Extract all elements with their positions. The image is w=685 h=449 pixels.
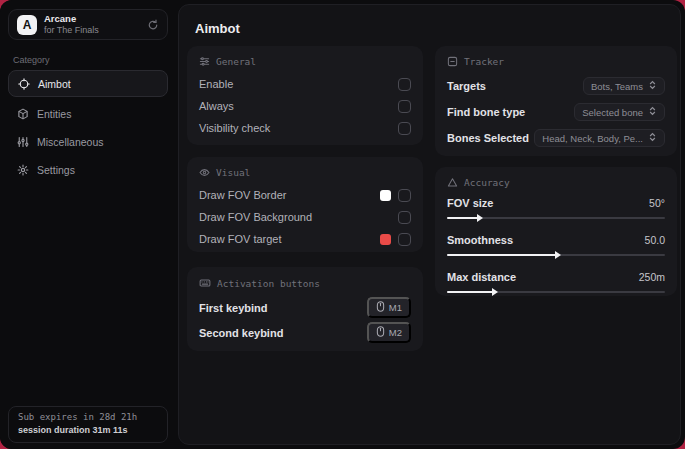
setting-row-find-bone-type: Find bone type Selected bone	[447, 99, 665, 125]
setting-label: Draw FOV target	[199, 233, 380, 245]
sidebar-item-aimbot[interactable]: Aimbot	[8, 70, 168, 97]
chevrons-up-down-icon	[648, 106, 657, 118]
slider-thumb[interactable]	[477, 214, 483, 222]
setting-row-bones-selected: Bones Selected Head, Neck, Body, Pe...	[447, 125, 665, 151]
setting-label: Always	[199, 100, 398, 112]
sliders-horizontal-icon	[199, 56, 210, 67]
card-title: Activation buttons	[217, 278, 320, 289]
setting-label: First keybind	[199, 302, 367, 314]
keybind-value: M2	[389, 327, 402, 338]
frame-dash-icon	[447, 56, 458, 67]
first-keybind-button[interactable]: M1	[367, 297, 411, 318]
card-title: Visual	[216, 167, 250, 178]
setting-label: FOV size	[447, 197, 649, 209]
crosshair-icon	[18, 78, 30, 90]
fov-size-value: 50°	[649, 197, 665, 209]
setting-row-second-keybind: Second keybind M2	[199, 320, 411, 345]
sidebar-item-entities[interactable]: Entities	[8, 100, 168, 127]
select-value: Selected bone	[582, 107, 643, 118]
setting-row-targets: Targets Bots, Teams	[447, 73, 665, 99]
brand-card: A Arcane for The Finals	[8, 9, 168, 40]
fov-border-color-swatch[interactable]	[380, 190, 391, 201]
sidebar-item-label: Miscellaneous	[37, 136, 104, 148]
brand-name: Arcane	[44, 14, 140, 25]
setting-label: Smoothness	[447, 234, 645, 246]
category-label: Category	[13, 55, 50, 65]
eye-icon	[199, 167, 210, 178]
setting-row-first-keybind: First keybind M1	[199, 295, 411, 320]
setting-label: Targets	[447, 80, 583, 92]
card-general: General Enable Always Visibility check	[187, 46, 423, 145]
page-title: Aimbot	[195, 21, 240, 36]
chevrons-up-down-icon	[648, 80, 657, 92]
cube-icon	[17, 108, 29, 120]
smoothness-slider[interactable]	[447, 250, 665, 260]
slider-thumb[interactable]	[555, 251, 561, 259]
mouse-icon	[376, 301, 385, 314]
slider-fill	[447, 291, 493, 293]
mouse-icon	[376, 326, 385, 339]
setting-label: Visibility check	[199, 122, 398, 134]
max-distance-value: 250m	[639, 271, 665, 283]
slider-thumb[interactable]	[492, 288, 498, 296]
always-checkbox[interactable]	[398, 100, 411, 113]
fov-background-checkbox[interactable]	[398, 211, 411, 224]
card-title: General	[216, 56, 256, 67]
triangle-icon	[447, 177, 458, 188]
setting-row-max-distance: Max distance 250m	[447, 268, 665, 297]
setting-label: Draw FOV Border	[199, 189, 380, 201]
brand-logo: A	[17, 15, 37, 35]
sliders-icon	[17, 136, 29, 148]
card-title: Tracker	[464, 56, 504, 67]
setting-label: Draw FOV Background	[199, 211, 398, 223]
brand-subtitle: for The Finals	[44, 25, 140, 35]
setting-label: Max distance	[447, 271, 639, 283]
subscription-info: Sub expires in 28d 21h session duration …	[8, 406, 168, 443]
card-title: Accuracy	[464, 177, 510, 188]
enable-checkbox[interactable]	[398, 78, 411, 91]
card-activation-buttons: Activation buttons First keybind M1 Seco…	[187, 267, 423, 351]
slider-fill	[447, 217, 478, 219]
smoothness-value: 50.0	[645, 234, 665, 246]
sidebar-item-label: Entities	[37, 108, 71, 120]
chevrons-up-down-icon	[648, 132, 657, 144]
sidebar-item-miscellaneous[interactable]: Miscellaneous	[8, 128, 168, 155]
second-keybind-button[interactable]: M2	[367, 322, 411, 343]
gear-icon	[17, 164, 29, 176]
fov-target-color-swatch[interactable]	[380, 234, 391, 245]
setting-label: Find bone type	[447, 106, 574, 118]
setting-row-enable: Enable	[199, 73, 411, 95]
keybind-value: M1	[389, 302, 402, 313]
setting-row-fov-border: Draw FOV Border	[199, 184, 411, 206]
slider-fill	[447, 254, 556, 256]
card-accuracy: Accuracy FOV size 50° Smoothness 50.0	[435, 167, 677, 296]
refresh-icon[interactable]	[147, 19, 159, 31]
select-value: Bots, Teams	[591, 81, 643, 92]
setting-label: Enable	[199, 78, 398, 90]
setting-label: Second keybind	[199, 327, 367, 339]
visibility-check-checkbox[interactable]	[398, 122, 411, 135]
setting-label: Bones Selected	[447, 132, 534, 144]
app-window: A Arcane for The Finals Category Aimbot	[0, 0, 685, 449]
select-value: Head, Neck, Body, Pe...	[542, 133, 643, 144]
targets-select[interactable]: Bots, Teams	[583, 77, 665, 95]
fov-size-slider[interactable]	[447, 213, 665, 223]
setting-row-smoothness: Smoothness 50.0	[447, 231, 665, 260]
setting-row-fov-target: Draw FOV target	[199, 228, 411, 250]
main-panel: Aimbot General Enable Always Visibili	[178, 4, 681, 445]
fov-border-checkbox[interactable]	[398, 189, 411, 202]
sidebar-item-settings[interactable]: Settings	[8, 156, 168, 183]
max-distance-slider[interactable]	[447, 287, 665, 297]
setting-row-fov-background: Draw FOV Background	[199, 206, 411, 228]
sidebar: A Arcane for The Finals Category Aimbot	[0, 0, 176, 449]
card-visual: Visual Draw FOV Border Draw FOV Backgrou…	[187, 157, 423, 252]
setting-row-visibility-check: Visibility check	[199, 117, 411, 139]
bones-selected-select[interactable]: Head, Neck, Body, Pe...	[534, 129, 665, 147]
brand-text: Arcane for The Finals	[44, 14, 140, 35]
setting-row-always: Always	[199, 95, 411, 117]
sub-expiry-text: Sub expires in 28d 21h	[18, 412, 158, 422]
find-bone-type-select[interactable]: Selected bone	[574, 103, 665, 121]
setting-row-fov-size: FOV size 50°	[447, 194, 665, 223]
fov-target-checkbox[interactable]	[398, 233, 411, 246]
keyboard-icon	[199, 277, 211, 289]
